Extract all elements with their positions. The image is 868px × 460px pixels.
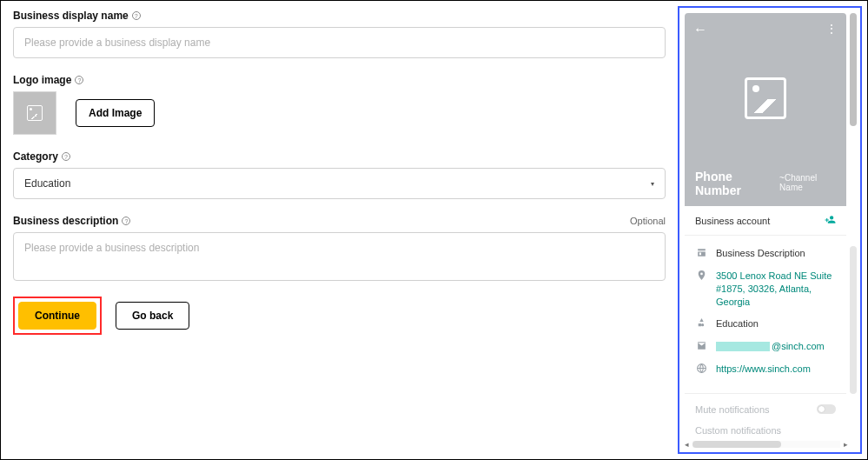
business-account-row: Business account bbox=[685, 206, 846, 236]
preview-category-row: Education bbox=[685, 313, 846, 336]
preview-pane: ← ⋮ Phone Number ~Channel Name Business … bbox=[678, 6, 862, 454]
back-arrow-icon[interactable]: ← bbox=[693, 22, 707, 37]
help-icon[interactable]: ? bbox=[122, 217, 130, 225]
category-select[interactable]: Education ▾ bbox=[13, 168, 666, 199]
add-image-button[interactable]: Add Image bbox=[76, 99, 155, 127]
display-name-label: Business display name ? bbox=[13, 10, 666, 22]
vertical-scrollbar[interactable] bbox=[850, 13, 857, 435]
category-label: Category ? bbox=[13, 150, 666, 163]
globe-icon bbox=[695, 363, 707, 377]
image-placeholder-icon bbox=[27, 105, 43, 121]
location-pin-icon bbox=[695, 270, 707, 283]
preview-channel-name: ~Channel Name bbox=[779, 173, 836, 192]
toggle-off-icon[interactable] bbox=[817, 404, 836, 414]
preview-address-text[interactable]: 3500 Lenox Road NE Suite #1875, 30326, A… bbox=[716, 270, 836, 309]
phone-preview: ← ⋮ Phone Number ~Channel Name Business … bbox=[685, 13, 846, 437]
category-icon bbox=[695, 317, 707, 331]
help-icon[interactable]: ? bbox=[62, 152, 70, 161]
scroll-right-icon[interactable]: ▸ bbox=[844, 440, 848, 449]
preview-email-text[interactable]: @sinch.com bbox=[716, 340, 825, 353]
category-value: Education bbox=[24, 177, 70, 190]
more-vertical-icon[interactable]: ⋮ bbox=[825, 22, 838, 36]
business-account-label: Business account bbox=[695, 216, 770, 226]
preview-website-row: https://www.sinch.com bbox=[685, 358, 846, 381]
preview-category-text: Education bbox=[716, 317, 759, 330]
mute-notifications-row[interactable]: Mute notifications bbox=[685, 399, 846, 420]
scroll-left-icon[interactable]: ◂ bbox=[685, 440, 689, 449]
image-placeholder-icon bbox=[745, 77, 786, 119]
email-icon bbox=[695, 340, 707, 354]
email-redacted bbox=[716, 342, 770, 351]
custom-notifications-row[interactable]: Custom notifications bbox=[685, 420, 846, 437]
preview-description-text: Business Description bbox=[716, 247, 805, 260]
preview-website-text[interactable]: https://www.sinch.com bbox=[716, 363, 811, 376]
logo-thumbnail bbox=[13, 91, 56, 135]
store-icon bbox=[695, 247, 707, 261]
display-name-input[interactable] bbox=[13, 27, 666, 58]
preview-description-row: Business Description bbox=[685, 243, 846, 265]
preview-phone-number: Phone Number bbox=[695, 170, 772, 197]
logo-label: Logo image ? bbox=[13, 74, 666, 86]
optional-label: Optional bbox=[630, 216, 666, 226]
add-contact-icon[interactable] bbox=[825, 214, 836, 228]
continue-button[interactable]: Continue bbox=[18, 302, 96, 330]
phone-header: ← ⋮ Phone Number ~Channel Name bbox=[685, 13, 846, 206]
continue-highlight: Continue bbox=[13, 297, 102, 335]
chevron-down-icon: ▾ bbox=[651, 180, 654, 188]
horizontal-scrollbar[interactable]: ◂ ▸ bbox=[685, 440, 848, 449]
description-label: Business description ? Optional bbox=[13, 215, 666, 227]
go-back-button[interactable]: Go back bbox=[116, 302, 189, 330]
description-textarea[interactable] bbox=[13, 232, 666, 281]
preview-email-row: @sinch.com bbox=[685, 336, 846, 358]
help-icon[interactable]: ? bbox=[132, 11, 141, 20]
preview-address-row: 3500 Lenox Road NE Suite #1875, 30326, A… bbox=[685, 265, 846, 313]
help-icon[interactable]: ? bbox=[75, 76, 83, 84]
divider bbox=[685, 393, 846, 394]
